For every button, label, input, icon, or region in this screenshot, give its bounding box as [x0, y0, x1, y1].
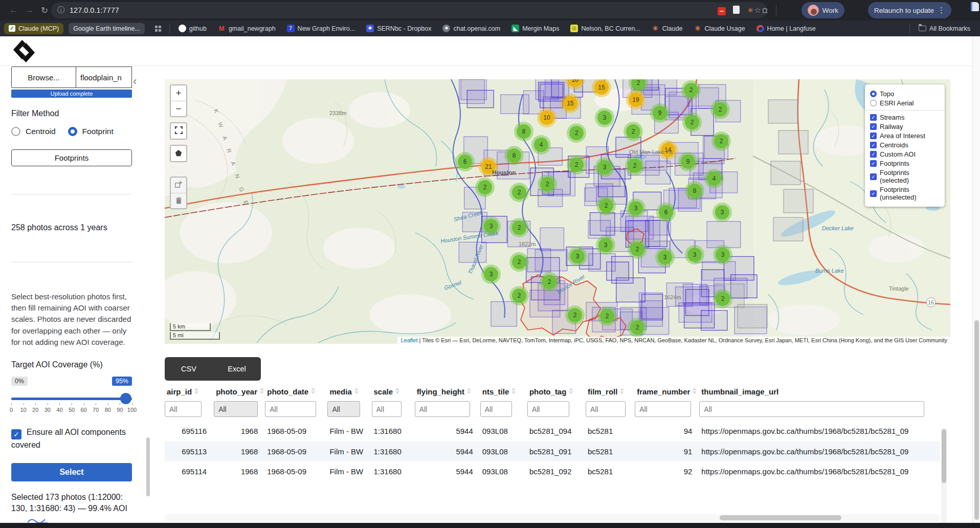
cluster-marker[interactable]: 2 [509, 252, 529, 272]
cluster-marker[interactable]: 2 [509, 286, 529, 305]
tab-group-chip[interactable]: ✓Claude (MCP) [4, 23, 63, 34]
map-canvas[interactable]: 1015219215103922822241486219232422822363… [165, 79, 950, 344]
cluster-marker[interactable]: 2 [711, 131, 731, 151]
column-header[interactable]: photo_date [265, 384, 327, 401]
cluster-marker[interactable]: 2 [597, 306, 617, 326]
column-header[interactable]: nts_tile [480, 384, 527, 401]
cluster-marker[interactable]: 9 [678, 152, 698, 171]
select-button[interactable]: Select [11, 463, 132, 481]
side-panel-icon[interactable] [971, 2, 979, 11]
column-filter-input[interactable] [372, 401, 402, 417]
cluster-marker[interactable]: 2 [628, 318, 647, 337]
delete-shapes-button[interactable] [171, 193, 186, 208]
cluster-marker[interactable]: 2 [596, 196, 616, 215]
footprints-button[interactable]: Footprints [11, 149, 132, 166]
overlay-option[interactable]: ✓Custom AOI [870, 150, 940, 158]
cluster-marker[interactable]: 8 [504, 146, 524, 165]
cluster-marker[interactable]: 3 [712, 203, 732, 222]
overlay-checkbox[interactable]: ✓ [870, 173, 877, 180]
table-vertical-scrollbar[interactable] [941, 428, 947, 528]
column-filter-input[interactable] [265, 401, 316, 417]
sidebar-collapse-button[interactable]: ‹ [133, 75, 137, 88]
overlay-option[interactable]: ✓Streams [870, 114, 940, 121]
column-header[interactable]: photo_tag [527, 384, 586, 401]
cluster-marker[interactable]: 2 [509, 183, 529, 202]
bookmark-item[interactable]: 7New Graph Enviro... [287, 25, 355, 32]
base-layer-option[interactable]: Topo [870, 90, 940, 98]
cluster-marker[interactable]: 8 [685, 181, 704, 201]
cluster-marker[interactable]: 8 [514, 122, 533, 141]
back-icon[interactable]: ← [6, 5, 21, 15]
cluster-marker[interactable]: 9 [650, 103, 670, 123]
overlay-option[interactable]: ✓Footprints (unselected) [870, 186, 940, 201]
ensure-coverage-checkbox[interactable]: ✓ [11, 429, 21, 439]
column-header[interactable]: airp_id [165, 384, 214, 401]
slider-track[interactable] [11, 398, 132, 400]
ensure-coverage-row[interactable]: ✓Ensure all AOI components covered [11, 427, 132, 451]
base-layer-option[interactable]: ESRI Aerial [870, 99, 940, 107]
bookmark-item[interactable]: Home | Langfuse [756, 25, 816, 32]
bookmark-item[interactable]: Nelson, BC Curren... [570, 25, 640, 32]
profile-button[interactable]: Work [801, 2, 844, 18]
column-header[interactable]: film_roll [586, 384, 635, 401]
cluster-marker[interactable]: 2 [681, 80, 701, 100]
bookmark-item[interactable]: ❖SERNbc - Dropbox [366, 25, 431, 32]
overlay-checkbox[interactable]: ✓ [870, 114, 877, 121]
overlay-checkbox[interactable]: ✓ [870, 133, 877, 139]
column-filter-input[interactable] [586, 401, 626, 417]
table-row[interactable]: 69511319681968-05-09Film - BW1:316805944… [165, 442, 940, 462]
site-info-icon[interactable]: ⓘ [57, 6, 64, 15]
overlay-option[interactable]: ✓Footprints (selected) [870, 169, 940, 184]
column-header[interactable]: scale [372, 384, 415, 401]
apps-grid-icon[interactable] [155, 26, 161, 32]
cluster-marker[interactable]: 3 [481, 265, 501, 284]
footprint-radio[interactable] [68, 127, 77, 136]
cluster-marker[interactable]: 2 [565, 305, 585, 325]
forward-icon[interactable]: → [21, 5, 37, 15]
centroid-radio[interactable] [11, 127, 20, 136]
overlay-checkbox[interactable]: ✓ [870, 160, 877, 167]
column-header[interactable]: media [327, 384, 371, 401]
edit-shapes-button[interactable] [171, 178, 186, 193]
bookmark-item[interactable]: ◣Mergin Maps [511, 25, 559, 32]
leaflet-link[interactable]: Leaflet [400, 337, 417, 343]
coverage-slider[interactable] [11, 393, 132, 404]
column-filter-select[interactable]: All [327, 401, 360, 417]
relaunch-button[interactable]: Relaunch to update ⋮ [868, 2, 951, 18]
cluster-marker[interactable]: 3 [685, 245, 704, 265]
reload-icon[interactable]: ↻ [37, 5, 52, 16]
cluster-marker[interactable]: 3 [568, 247, 587, 266]
cluster-marker[interactable]: 3 [595, 158, 614, 177]
column-filter-input[interactable] [635, 401, 691, 417]
column-filter-input[interactable] [415, 401, 470, 417]
table-row[interactable]: 69511419681968-05-09Film - BW1:316805944… [165, 461, 940, 482]
sort-icon[interactable] [693, 388, 697, 394]
cluster-marker[interactable]: 6 [656, 203, 676, 222]
cluster-marker[interactable]: 3 [655, 248, 675, 267]
overlay-checkbox[interactable]: ✓ [870, 142, 877, 148]
cluster-marker[interactable]: 2 [567, 123, 586, 143]
tab-group-chip[interactable]: Google Earth timeline... [69, 23, 145, 34]
bookmark-item[interactable]: ✳chat.openai.com [442, 25, 500, 32]
sort-icon[interactable] [569, 388, 573, 394]
overlay-option[interactable]: ✓Footprints [870, 160, 940, 167]
cluster-marker[interactable]: 2 [713, 289, 732, 309]
centroid-label[interactable]: Centroid [26, 127, 56, 136]
slider-thumb[interactable] [120, 393, 131, 404]
bookmark-item[interactable]: Mgmail_newgraph [218, 25, 276, 32]
cluster-marker[interactable]: 4 [531, 135, 551, 155]
cluster-marker[interactable]: 2 [628, 239, 647, 259]
column-header[interactable]: photo_year [214, 384, 265, 401]
cluster-marker[interactable]: 3 [596, 235, 615, 255]
cluster-marker[interactable]: 15 [561, 94, 580, 113]
base-layer-radio[interactable] [870, 91, 877, 97]
csv-button[interactable]: CSV [165, 357, 213, 381]
base-layer-radio[interactable] [870, 100, 877, 106]
extensions-puzzle-icon[interactable] [758, 6, 772, 15]
footprint-label[interactable]: Footprint [82, 127, 114, 136]
menu-kebab-icon[interactable]: ⋮ [938, 6, 945, 15]
cluster-marker[interactable]: 2 [567, 155, 586, 174]
cluster-marker[interactable]: 2 [682, 113, 702, 132]
cluster-marker[interactable]: 4 [704, 169, 724, 188]
browse-button[interactable]: Browse... [11, 67, 76, 88]
